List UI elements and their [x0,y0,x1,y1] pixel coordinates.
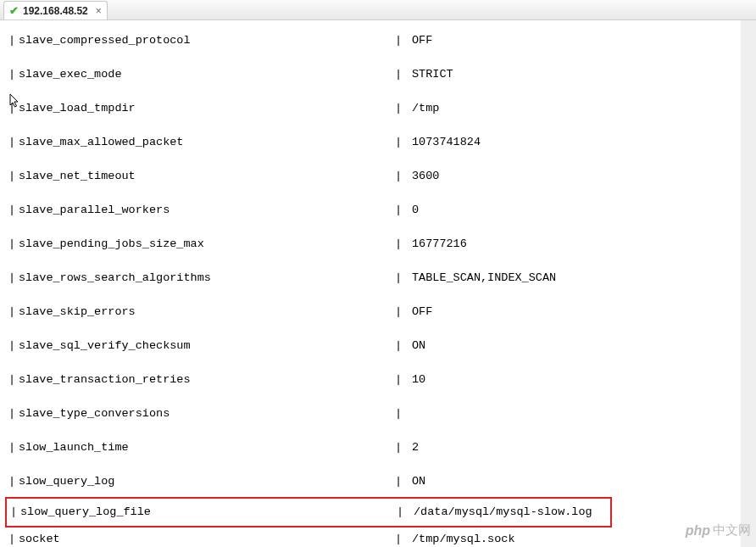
variable-name: slave_parallel_workers [19,204,395,216]
status-check-icon: ✔ [9,5,19,16]
variable-row: | slave_compressed_protocol| OFF [8,32,732,49]
row-spacer [8,456,732,473]
column-separator: | [395,69,412,81]
column-separator: | [395,170,412,182]
variable-name: slave_load_tmpdir [19,103,395,114]
watermark-cn: 中文网 [713,522,751,539]
column-separator: | [8,69,19,81]
column-separator: | [395,533,412,545]
variable-row: | slave_pending_jobs_size_max| 16777216 [8,236,732,253]
column-separator: | [8,340,19,352]
column-separator: | [8,408,19,420]
column-separator: | [8,533,19,545]
variable-name: slave_skip_errors [19,306,395,318]
column-separator: | [8,238,19,250]
column-separator: | [8,35,19,47]
variable-value: 3600 [412,170,732,182]
row-spacer [8,49,732,66]
row-spacer [8,83,732,100]
column-separator: | [8,442,19,454]
variable-row: | slow_launch_time| 2 [8,439,732,456]
row-spacer [8,151,732,168]
column-separator: | [395,35,412,47]
scrollbar-thumb[interactable] [743,29,755,75]
column-separator: | [8,170,19,182]
variable-name: slow_launch_time [19,442,395,454]
variable-row: | slave_sql_verify_checksum| ON [8,338,732,354]
variable-name: slave_net_timeout [19,170,395,182]
column-separator: | [395,103,412,114]
variable-row: | slave_max_allowed_packet| 1073741824 [8,134,732,151]
variable-name: socket [19,533,395,545]
row-spacer [8,490,732,494]
column-separator: | [395,272,412,284]
column-separator: | [8,306,19,318]
variable-name: slave_pending_jobs_size_max [19,238,395,250]
variable-row: | slow_query_log_file| /data/mysql/mysql… [5,497,612,527]
column-separator: | [8,272,19,284]
column-separator: | [8,137,19,148]
variable-value: 2 [412,442,732,454]
variable-value: STRICT [412,69,732,81]
variable-value: OFF [412,306,732,318]
row-spacer [8,422,732,439]
scrollbar-track[interactable] [741,20,756,547]
variable-value: ON [412,476,732,488]
column-separator: | [395,340,412,352]
terminal-tab[interactable]: ✔ 192.168.48.52 × [3,1,108,20]
variable-value: TABLE_SCAN,INDEX_SCAN [412,272,732,284]
variable-value: ON [412,340,732,352]
column-separator: | [8,374,19,386]
terminal-output[interactable]: | slave_compressed_protocol| OFF| slave_… [0,20,741,547]
row-spacer [8,388,732,405]
variable-value: 10 [412,374,732,386]
row-spacer [8,117,732,134]
column-separator: | [395,306,412,318]
row-spacer [8,185,732,202]
watermark-php: php [686,523,710,539]
column-separator: | [395,204,412,216]
variable-name: slave_type_conversions [19,408,395,420]
variable-row: | slow_query_log| ON [8,473,732,490]
column-separator: | [8,476,19,488]
variable-row: | slave_rows_search_algorithms| TABLE_SC… [8,270,732,287]
variable-name: slave_transaction_retries [19,374,395,386]
variable-value: /tmp [412,103,732,114]
row-spacer [8,253,732,270]
column-separator: | [395,442,412,454]
tab-title: 192.168.48.52 [23,5,88,17]
variable-row: | socket| /tmp/mysql.sock [8,531,732,547]
variable-row: | slave_load_tmpdir| /tmp [8,100,732,117]
variable-value: OFF [412,35,732,47]
column-separator: | [10,506,20,518]
variable-value: 0 [412,204,732,216]
variable-name: slow_query_log [19,476,395,488]
variable-name: slave_rows_search_algorithms [19,272,395,284]
variable-row: | slave_exec_mode| STRICT [8,66,732,83]
watermark: php 中文网 [686,522,751,539]
column-separator: | [8,204,19,216]
column-separator: | [395,408,412,420]
tab-bar: ✔ 192.168.48.52 × [0,0,756,20]
column-separator: | [395,374,412,386]
variable-name: slave_compressed_protocol [19,35,395,47]
variable-name: slave_sql_verify_checksum [19,340,395,352]
variable-row: | slave_skip_errors| OFF [8,304,732,321]
row-spacer [8,354,732,371]
column-separator: | [395,238,412,250]
column-separator: | [397,506,414,518]
variable-value: /data/mysql/mysql-slow.log [414,506,610,518]
variable-name: slave_exec_mode [19,69,395,81]
row-spacer [8,287,732,304]
variable-name: slow_query_log_file [20,506,397,518]
close-icon[interactable]: × [96,5,102,17]
column-separator: | [395,476,412,488]
variable-name: slave_max_allowed_packet [19,137,395,148]
terminal-viewport: | slave_compressed_protocol| OFF| slave_… [0,20,756,547]
variable-value: 1073741824 [412,137,732,148]
column-separator: | [8,103,19,114]
column-separator: | [395,137,412,148]
variable-row: | slave_parallel_workers| 0 [8,202,732,219]
variable-row: | slave_transaction_retries| 10 [8,371,732,388]
row-spacer [8,321,732,338]
